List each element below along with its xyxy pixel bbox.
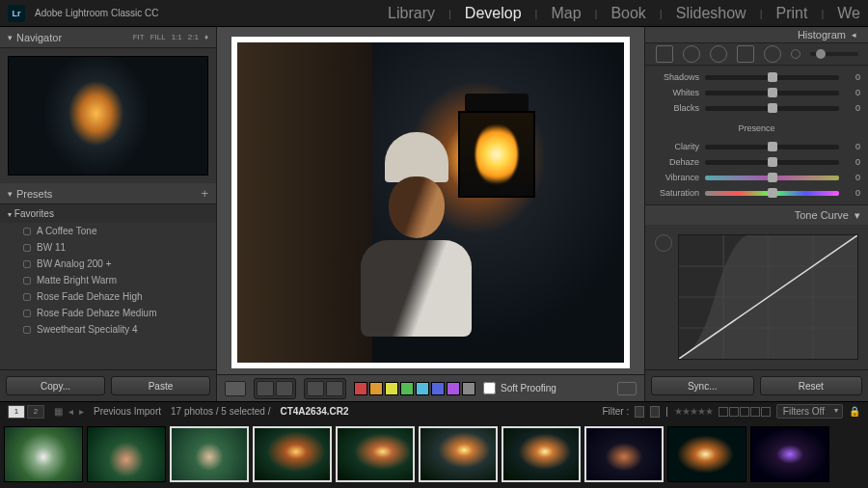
zoom-1-1[interactable]: 1:1: [172, 33, 182, 41]
swap-after-button[interactable]: [326, 381, 343, 396]
slider-thumb[interactable]: [768, 72, 777, 82]
slider-thumb[interactable]: [768, 157, 777, 167]
filter-lock-icon[interactable]: 🔒: [849, 406, 860, 417]
toolbar-switch-icon[interactable]: [617, 382, 637, 395]
before-after-tb-button[interactable]: [276, 381, 293, 396]
display-2-button[interactable]: 2: [27, 405, 44, 419]
slider-track[interactable]: [705, 191, 839, 196]
slider-track[interactable]: [705, 176, 839, 180]
zoom-2-1[interactable]: 2:1: [188, 33, 199, 41]
filmstrip-thumb[interactable]: [419, 426, 498, 482]
slider-track[interactable]: [705, 106, 839, 111]
slider-value[interactable]: 0: [845, 157, 860, 167]
source-label[interactable]: Previous Import: [94, 406, 161, 417]
module-print[interactable]: Print: [776, 5, 808, 22]
preset-item[interactable]: BW 11: [0, 239, 216, 256]
filmstrip-thumb[interactable]: [336, 426, 415, 482]
copy-button[interactable]: Copy...: [6, 376, 105, 395]
main-photo[interactable]: [237, 42, 624, 363]
spot-tool[interactable]: [683, 45, 700, 63]
crop-tool[interactable]: [656, 45, 673, 63]
preset-item[interactable]: Rose Fade Dehaze Medium: [0, 305, 216, 321]
color-chip[interactable]: [416, 382, 429, 395]
disclosure-triangle-icon[interactable]: ▾: [854, 209, 860, 222]
image-canvas[interactable]: [231, 37, 630, 368]
disclosure-triangle-icon[interactable]: ◂: [852, 30, 856, 40]
soft-proofing-checkbox[interactable]: [483, 382, 496, 394]
loupe-view-button[interactable]: [225, 381, 246, 396]
slider-track[interactable]: [705, 145, 839, 149]
color-filter-yellow[interactable]: [729, 407, 739, 417]
module-slideshow[interactable]: Slideshow: [676, 5, 746, 22]
color-filter-purple[interactable]: [761, 407, 771, 417]
module-library[interactable]: Library: [388, 5, 435, 22]
gradient-tool[interactable]: [737, 45, 754, 63]
slider-thumb[interactable]: [768, 88, 777, 97]
module-map[interactable]: Map: [551, 5, 581, 22]
slider-value[interactable]: 0: [845, 72, 860, 82]
preset-group-favorites[interactable]: ▾ Favorites: [0, 204, 216, 223]
color-chip[interactable]: [400, 382, 414, 395]
color-chip[interactable]: [462, 382, 475, 395]
tone-curve-graph[interactable]: [678, 234, 858, 360]
slider-thumb[interactable]: [768, 142, 777, 151]
slider-track[interactable]: [705, 91, 839, 95]
soft-proofing-toggle[interactable]: Soft Proofing: [483, 382, 556, 394]
zoom-fill[interactable]: FILL: [150, 33, 166, 41]
filmstrip-thumb[interactable]: [87, 426, 166, 482]
slider-track[interactable]: [705, 160, 839, 165]
slider-value[interactable]: 0: [845, 173, 860, 182]
flag-pick-filter[interactable]: [635, 406, 644, 418]
color-filter-red[interactable]: [719, 407, 728, 417]
disclosure-triangle-icon[interactable]: ▾: [8, 33, 13, 42]
filmstrip-thumb[interactable]: [584, 426, 664, 482]
filmstrip-thumb[interactable]: [750, 426, 829, 482]
before-after-lr-button[interactable]: [257, 381, 274, 396]
module-develop[interactable]: Develop: [465, 5, 522, 22]
preset-item[interactable]: BW Analog 200 +: [0, 256, 216, 272]
forward-icon[interactable]: ▸: [79, 406, 84, 417]
add-preset-button[interactable]: +: [201, 186, 208, 201]
swap-before-button[interactable]: [307, 381, 324, 396]
paste-button[interactable]: Paste: [111, 376, 210, 395]
preset-item[interactable]: Matte Bright Warm: [0, 272, 216, 288]
filmstrip-thumb[interactable]: [667, 426, 746, 482]
disclosure-triangle-icon[interactable]: ▾: [8, 189, 13, 199]
slider-track[interactable]: [705, 75, 839, 80]
slider-value[interactable]: 0: [845, 188, 860, 198]
preset-item[interactable]: A Coffee Tone: [0, 223, 216, 239]
color-filter-green[interactable]: [740, 407, 749, 417]
filmstrip-thumb[interactable]: [502, 426, 581, 482]
redeye-tool[interactable]: [710, 45, 727, 63]
filters-off-dropdown[interactable]: Filters Off: [776, 404, 843, 419]
slider-thumb[interactable]: [768, 173, 777, 182]
zoom-more-icon[interactable]: ♦: [204, 33, 208, 41]
slider-value[interactable]: 0: [845, 103, 860, 113]
slider-thumb[interactable]: [768, 188, 777, 198]
filmstrip-thumb[interactable]: [170, 426, 249, 482]
presets-header[interactable]: ▾ Presets +: [0, 183, 216, 204]
color-filter-blue[interactable]: [750, 407, 760, 417]
preset-item[interactable]: Sweetheart Speciality 4: [0, 321, 216, 338]
module-we[interactable]: We: [837, 5, 860, 22]
filmstrip-thumb[interactable]: [253, 426, 332, 482]
color-chip[interactable]: [354, 382, 367, 395]
brush-size-dot[interactable]: [791, 49, 800, 59]
histogram-header[interactable]: Histogram ◂: [645, 27, 868, 43]
tone-curve-header[interactable]: Tone Curve ▾: [645, 205, 868, 225]
radial-tool[interactable]: [764, 45, 781, 63]
sync-button[interactable]: Sync...: [651, 376, 754, 395]
grid-icon[interactable]: ▦: [54, 406, 63, 417]
slider-value[interactable]: 0: [845, 142, 860, 151]
slider-thumb[interactable]: [768, 103, 777, 113]
brush-size-slider[interactable]: [810, 52, 858, 56]
navigator-header[interactable]: ▾ Navigator FIT FILL 1:1 2:1 ♦: [0, 27, 216, 48]
preset-item[interactable]: Rose Fade Dehaze High: [0, 288, 216, 305]
color-chip[interactable]: [431, 382, 445, 395]
color-chip[interactable]: [447, 382, 460, 395]
back-icon[interactable]: ◂: [68, 406, 73, 417]
module-book[interactable]: Book: [610, 5, 645, 22]
filmstrip[interactable]: [0, 420, 868, 488]
color-chip[interactable]: [385, 382, 398, 395]
color-chip[interactable]: [369, 382, 383, 395]
